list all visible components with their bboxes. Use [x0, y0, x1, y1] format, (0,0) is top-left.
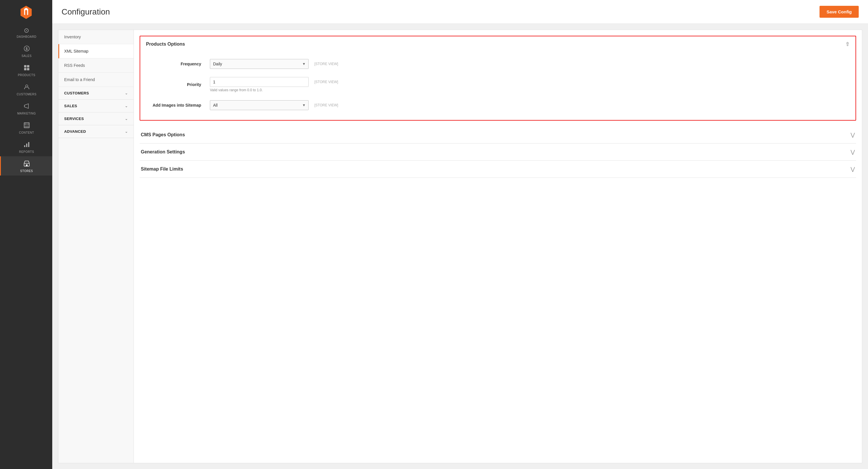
- sidebar-item-marketing-label: MARKETING: [18, 112, 36, 115]
- sidebar: ⊙ DASHBOARD $ SALES PRODUCTS CUSTOMERS: [0, 0, 52, 469]
- left-menu-xml-sitemap[interactable]: XML Sitemap: [58, 44, 133, 58]
- sitemap-limits-title: Sitemap File Limits: [141, 167, 183, 172]
- top-header: Configuration Save Config: [52, 0, 868, 24]
- left-section-customers[interactable]: CUSTOMERS ⌄: [58, 87, 133, 100]
- sidebar-item-content-label: CONTENT: [19, 131, 34, 134]
- left-section-services[interactable]: SERVICES ⌄: [58, 113, 133, 125]
- svg-rect-5: [27, 68, 29, 70]
- svg-rect-15: [26, 165, 28, 166]
- left-section-sales-label: SALES: [64, 104, 77, 108]
- magento-logo: [19, 5, 33, 19]
- stores-icon: [24, 160, 30, 168]
- images-select[interactable]: None Base Only All: [210, 100, 309, 110]
- chevron-down-icon: ⌄: [125, 129, 128, 134]
- cms-pages-section: CMS Pages Options ⋁: [140, 126, 856, 144]
- generation-settings-section: Generation Settings ⋁: [140, 144, 856, 161]
- dashboard-icon: ⊙: [24, 27, 29, 34]
- images-label: Add Images into Sitemap: [146, 103, 210, 108]
- sitemap-limits-header[interactable]: Sitemap File Limits ⋁: [140, 161, 856, 178]
- frequency-store-view: [STORE VIEW]: [314, 59, 338, 66]
- left-section-sales[interactable]: SALES ⌄: [58, 100, 133, 113]
- right-panel: Products Options ⇧ Frequency Always: [133, 30, 862, 463]
- frequency-select-wrapper: Always Hourly Daily Weekly Monthly Yearl…: [210, 59, 309, 69]
- products-options-body: Frequency Always Hourly Daily Weekly Mon…: [140, 52, 856, 120]
- logo-container: [0, 0, 52, 23]
- generation-settings-chevron: ⋁: [850, 149, 855, 155]
- sidebar-item-reports[interactable]: REPORTS: [0, 137, 52, 156]
- svg-rect-10: [24, 126, 29, 128]
- sidebar-item-stores[interactable]: STORES: [0, 156, 52, 176]
- sidebar-item-stores-label: STORES: [20, 169, 33, 173]
- main-content: Configuration Save Config Inventory XML …: [52, 0, 868, 469]
- collapse-icon: ⇧: [845, 41, 850, 47]
- priority-store-view: [STORE VIEW]: [314, 77, 338, 84]
- sidebar-nav: ⊙ DASHBOARD $ SALES PRODUCTS CUSTOMERS: [0, 23, 52, 176]
- chevron-down-icon: ⌄: [125, 117, 128, 121]
- cms-pages-title: CMS Pages Options: [141, 132, 185, 138]
- priority-hint: Valid values range from 0.0 to 1.0.: [210, 88, 309, 92]
- svg-rect-8: [24, 123, 27, 125]
- content-icon: [24, 122, 30, 129]
- svg-rect-4: [24, 68, 26, 70]
- frequency-select[interactable]: Always Hourly Daily Weekly Monthly Yearl…: [210, 59, 309, 69]
- left-panel: Inventory XML Sitemap RSS Feeds Email to…: [58, 30, 133, 463]
- images-store-view: [STORE VIEW]: [314, 100, 338, 107]
- products-options-title: Products Options: [146, 41, 185, 47]
- products-options-header[interactable]: Products Options ⇧: [140, 36, 856, 52]
- svg-text:$: $: [26, 47, 28, 51]
- images-select-wrapper: None Base Only All ▼: [210, 100, 309, 110]
- sidebar-item-dashboard[interactable]: ⊙ DASHBOARD: [0, 23, 52, 41]
- left-section-customers-label: CUSTOMERS: [64, 91, 89, 95]
- svg-rect-13: [28, 142, 29, 147]
- generation-settings-header[interactable]: Generation Settings ⋁: [140, 144, 856, 160]
- cms-pages-header[interactable]: CMS Pages Options ⋁: [140, 126, 856, 143]
- svg-rect-11: [24, 145, 25, 147]
- sidebar-item-sales[interactable]: $ SALES: [0, 41, 52, 60]
- svg-rect-9: [27, 123, 29, 125]
- reports-icon: [24, 141, 30, 149]
- left-menu-email-friend[interactable]: Email to a Friend: [58, 72, 133, 87]
- svg-rect-2: [24, 65, 26, 67]
- frequency-row: Frequency Always Hourly Daily Weekly Mon…: [146, 55, 850, 73]
- products-icon: [24, 64, 30, 72]
- priority-input-wrap: Valid values range from 0.0 to 1.0.: [210, 77, 309, 92]
- sidebar-item-customers[interactable]: CUSTOMERS: [0, 80, 52, 99]
- page-title: Configuration: [62, 7, 110, 17]
- sidebar-item-reports-label: REPORTS: [19, 150, 34, 153]
- svg-rect-3: [27, 65, 29, 67]
- sidebar-item-dashboard-label: DASHBOARD: [17, 35, 37, 38]
- sitemap-limits-chevron: ⋁: [850, 166, 855, 172]
- svg-rect-12: [26, 144, 27, 147]
- left-section-services-label: SERVICES: [64, 117, 84, 121]
- frequency-control: Always Hourly Daily Weekly Monthly Yearl…: [210, 59, 850, 69]
- sidebar-item-products[interactable]: PRODUCTS: [0, 60, 52, 80]
- left-menu-rss-feeds[interactable]: RSS Feeds: [58, 58, 133, 72]
- sitemap-limits-section: Sitemap File Limits ⋁: [140, 161, 856, 178]
- save-config-button[interactable]: Save Config: [819, 6, 859, 18]
- left-section-advanced[interactable]: ADVANCED ⌄: [58, 125, 133, 138]
- sidebar-item-marketing[interactable]: MARKETING: [0, 99, 52, 118]
- sales-icon: $: [24, 45, 30, 53]
- images-row: Add Images into Sitemap None Base Only A…: [146, 96, 850, 114]
- marketing-icon: [24, 103, 30, 110]
- generation-settings-title: Generation Settings: [141, 149, 185, 154]
- left-section-advanced-label: ADVANCED: [64, 129, 86, 134]
- priority-label: Priority: [146, 82, 210, 87]
- cms-pages-chevron: ⋁: [850, 131, 855, 138]
- customers-icon: [24, 84, 30, 91]
- sidebar-item-customers-label: CUSTOMERS: [17, 93, 36, 96]
- priority-control: Valid values range from 0.0 to 1.0. [STO…: [210, 77, 850, 92]
- frequency-label: Frequency: [146, 62, 210, 66]
- body-area: Inventory XML Sitemap RSS Feeds Email to…: [52, 24, 868, 469]
- chevron-down-icon: ⌄: [125, 91, 128, 95]
- products-options-section: Products Options ⇧ Frequency Always: [140, 36, 856, 121]
- priority-input[interactable]: [210, 77, 309, 87]
- priority-row: Priority Valid values range from 0.0 to …: [146, 73, 850, 96]
- chevron-down-icon: ⌄: [125, 104, 128, 108]
- sidebar-item-sales-label: SALES: [22, 54, 32, 58]
- sidebar-item-content[interactable]: CONTENT: [0, 118, 52, 137]
- left-menu-inventory[interactable]: Inventory: [58, 30, 133, 44]
- sidebar-item-products-label: PRODUCTS: [18, 74, 35, 77]
- images-control: None Base Only All ▼ [STORE VIEW]: [210, 100, 850, 110]
